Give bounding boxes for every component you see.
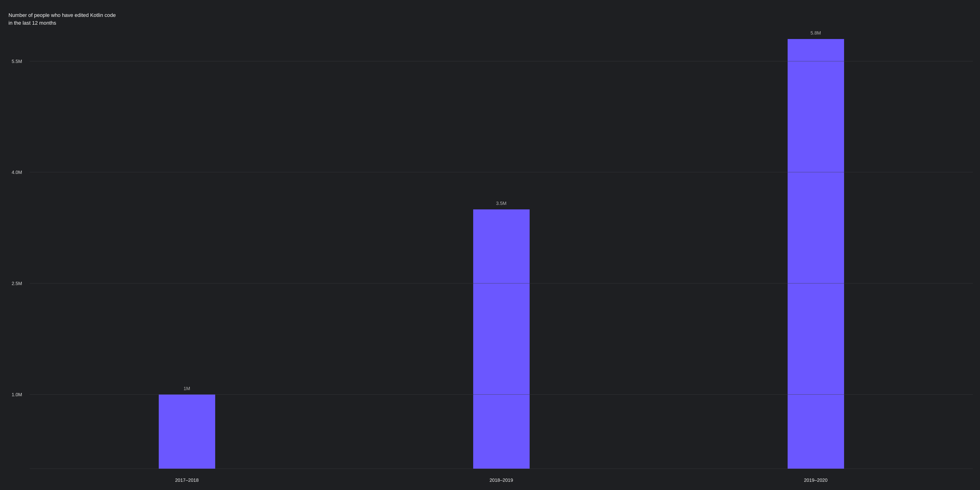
y-tick-label: 5.5M: [12, 59, 30, 64]
y-tick-label: 4.0M: [12, 170, 30, 175]
x-axis: 2017–20182018–20192019–2020: [30, 473, 973, 483]
grid-line: [30, 283, 973, 284]
bar-slot: 1M: [30, 10, 344, 469]
bar-value-label: 1M: [184, 386, 190, 395]
grid-line: [30, 394, 973, 395]
bar-slot: 5.8M: [659, 10, 973, 469]
bar: 1M: [159, 395, 215, 469]
bar-value-label: 3.5M: [496, 201, 506, 209]
bar-slot: 3.5M: [344, 10, 659, 469]
bars-group: 1M3.5M5.8M: [30, 10, 973, 469]
bar-value-label: 5.8M: [810, 30, 821, 39]
x-tick-label: 2017–2018: [30, 473, 344, 483]
bar: 5.8M: [788, 39, 844, 469]
plot-area: 1M3.5M5.8M 1.0M2.5M4.0M5.5M: [30, 10, 973, 469]
x-tick-label: 2019–2020: [659, 473, 973, 483]
y-tick-label: 1.0M: [12, 392, 30, 397]
y-tick-label: 2.5M: [12, 281, 30, 286]
x-tick-label: 2018–2019: [344, 473, 659, 483]
chart-container: Number of people who have edited Kotlin …: [0, 0, 980, 490]
bar: 3.5M: [473, 209, 530, 469]
chart-title: Number of people who have edited Kotlin …: [8, 11, 117, 27]
